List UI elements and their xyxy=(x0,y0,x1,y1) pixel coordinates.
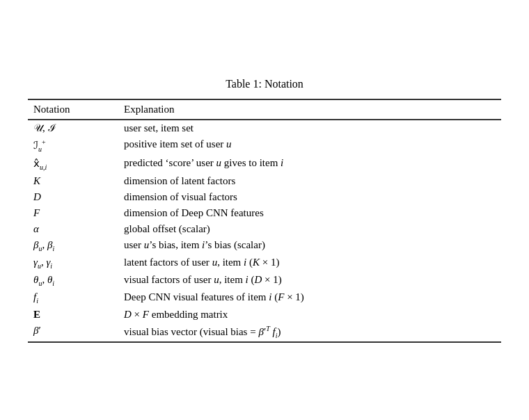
table-row: ℐu+positive item set of user u xyxy=(28,136,501,155)
table-row: βu, βiuser u’s bias, item i’s bias (scal… xyxy=(28,237,501,255)
table-row: Fdimension of Deep CNN features xyxy=(28,205,501,221)
notation-cell: θu, θi xyxy=(28,272,118,289)
table-row: x̂u,ipredicted ‘score’ user u gives to i… xyxy=(28,155,501,173)
notation-cell: γu, γi xyxy=(28,255,118,272)
table-row: 𝒰, ℐuser set, item set xyxy=(28,120,501,136)
table-row: β′visual bias vector (visual bias = β′T … xyxy=(28,323,501,342)
explanation-cell: visual factors of user u, item i (D × 1) xyxy=(118,272,501,289)
header-explanation: Explanation xyxy=(118,99,501,120)
notation-cell: F xyxy=(28,205,118,221)
explanation-cell: dimension of latent factors xyxy=(118,173,501,189)
explanation-cell: dimension of Deep CNN features xyxy=(118,205,501,221)
notation-cell: D xyxy=(28,189,118,205)
notation-cell: E xyxy=(28,307,118,323)
table-title: Table 1: Notation xyxy=(28,78,501,90)
header-notation: Notation xyxy=(28,99,118,120)
explanation-cell: positive item set of user u xyxy=(118,136,501,155)
table-row: fiDeep CNN visual features of item i (F … xyxy=(28,289,501,307)
notation-table: Notation Explanation 𝒰, ℐuser set, item … xyxy=(28,99,501,343)
table-row: Kdimension of latent factors xyxy=(28,173,501,189)
notation-cell: α xyxy=(28,221,118,237)
notation-cell: x̂u,i xyxy=(28,155,118,173)
table-row: θu, θivisual factors of user u, item i (… xyxy=(28,272,501,289)
explanation-cell: latent factors of user u, item i (K × 1) xyxy=(118,255,501,272)
table-row: ED × F embedding matrix xyxy=(28,307,501,323)
explanation-cell: predicted ‘score’ user u gives to item i xyxy=(118,155,501,173)
explanation-cell: user set, item set xyxy=(118,120,501,136)
table-row: αglobal offset (scalar) xyxy=(28,221,501,237)
table-row: γu, γilatent factors of user u, item i (… xyxy=(28,255,501,272)
notation-cell: fi xyxy=(28,289,118,307)
explanation-cell: dimension of visual factors xyxy=(118,189,501,205)
table-header-row: Notation Explanation xyxy=(28,99,501,120)
explanation-cell: visual bias vector (visual bias = β′T fi… xyxy=(118,323,501,342)
explanation-cell: Deep CNN visual features of item i (F × … xyxy=(118,289,501,307)
notation-cell: ℐu+ xyxy=(28,136,118,155)
explanation-cell: global offset (scalar) xyxy=(118,221,501,237)
table-container: Table 1: Notation Notation Explanation 𝒰… xyxy=(28,78,501,343)
notation-cell: β′ xyxy=(28,323,118,342)
notation-cell: K xyxy=(28,173,118,189)
explanation-cell: user u’s bias, item i’s bias (scalar) xyxy=(118,237,501,255)
notation-cell: 𝒰, ℐ xyxy=(28,120,118,136)
table-row: Ddimension of visual factors xyxy=(28,189,501,205)
notation-cell: βu, βi xyxy=(28,237,118,255)
explanation-cell: D × F embedding matrix xyxy=(118,307,501,323)
